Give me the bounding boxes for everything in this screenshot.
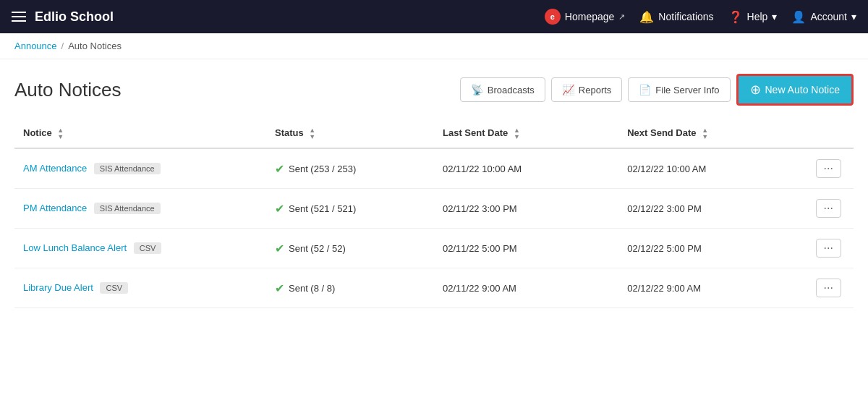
notice-name-0[interactable]: AM Attendance [23,163,87,174]
next-send-cell-0: 02/12/22 10:00 AM [618,148,803,189]
notice-tag-2: CSV [134,242,162,254]
school-name: Edlio School [35,9,114,25]
notice-name-1[interactable]: PM Attendance [23,203,87,213]
file-server-label: File Server Info [655,85,719,95]
sent-text-3: Sent (8 / 8) [289,283,335,294]
check-icon-3: ✔ [275,281,284,295]
broadcasts-label: Broadcasts [488,85,535,95]
notice-name-2[interactable]: Low Lunch Balance Alert [23,242,127,253]
last-sent-cell-2: 02/11/22 5:00 PM [434,229,618,268]
homepage-label: Homepage [565,11,615,22]
breadcrumb-current: Auto Notices [68,41,122,51]
status-cell-0: ✔ Sent (253 / 253) [266,148,434,189]
actions-cell-0: ··· [803,148,854,189]
status-cell-3: ✔ Sent (8 / 8) [266,268,434,308]
table-row: Library Due Alert CSV ✔ Sent (8 / 8) 02/… [14,268,854,308]
sent-text-2: Sent (52 / 52) [289,243,346,254]
header-row: Auto Notices 📡 Broadcasts 📈 Reports 📄 Fi… [14,74,854,106]
reports-button[interactable]: 📈 Reports [551,77,623,102]
help-label: Help [747,11,768,22]
col-header-next-send[interactable]: Next Send Date ▲▼ [618,120,803,148]
check-icon-1: ✔ [275,202,284,216]
row-actions-button-3[interactable]: ··· [816,279,841,297]
status-cell-2: ✔ Sent (52 / 52) [266,229,434,268]
sort-icon-last-sent: ▲▼ [514,127,520,140]
account-label: Account [810,11,847,22]
help-link[interactable]: ❓ Help ▾ [728,10,778,24]
last-sent-cell-0: 02/11/22 10:00 AM [434,148,618,189]
row-actions-button-1[interactable]: ··· [816,199,841,218]
auto-notices-table: Notice ▲▼ Status ▲▼ Last Sent Date ▲▼ Ne… [14,120,854,308]
table-row: Low Lunch Balance Alert CSV ✔ Sent (52 /… [14,229,854,268]
hamburger-menu[interactable] [12,12,26,22]
main-content: Auto Notices 📡 Broadcasts 📈 Reports 📄 Fi… [0,59,868,308]
notice-cell-1: PM Attendance SIS Attendance [14,189,266,229]
row-actions-button-2[interactable]: ··· [816,239,841,258]
actions-cell-3: ··· [803,268,854,308]
account-link[interactable]: 👤 Account ▾ [791,10,856,24]
row-actions-button-0[interactable]: ··· [816,159,841,178]
file-server-icon: 📄 [639,84,651,95]
sent-text-1: Sent (521 / 521) [289,203,356,214]
sort-icon-notice: ▲▼ [57,127,64,140]
broadcasts-button[interactable]: 📡 Broadcasts [460,77,545,102]
header-actions: 📡 Broadcasts 📈 Reports 📄 File Server Inf… [460,74,854,106]
check-icon-2: ✔ [275,242,284,255]
new-auto-notice-button[interactable]: ⊕ New Auto Notice [736,74,854,106]
account-chevron-icon: ▾ [851,11,856,22]
breadcrumb-bar: Announce / Auto Notices [0,33,868,59]
person-icon: 👤 [791,10,806,24]
notice-tag-3: CSV [100,282,128,294]
file-server-button[interactable]: 📄 File Server Info [628,77,730,102]
notice-name-3[interactable]: Library Due Alert [23,282,93,293]
last-sent-cell-1: 02/11/22 3:00 PM [434,189,618,229]
status-cell-1: ✔ Sent (521 / 521) [266,189,434,229]
breadcrumb-separator: / [61,41,64,51]
notice-cell-0: AM Attendance SIS Attendance [14,148,266,189]
bell-icon: 🔔 [639,10,654,24]
actions-cell-2: ··· [803,229,854,268]
notice-cell-3: Library Due Alert CSV [14,268,266,308]
help-icon: ❓ [728,10,743,24]
actions-cell-1: ··· [803,189,854,229]
sent-text-0: Sent (253 / 253) [289,163,356,174]
homepage-link[interactable]: e Homepage ↗ [545,9,626,25]
breadcrumb-announce-link[interactable]: Announce [14,41,57,51]
notice-cell-2: Low Lunch Balance Alert CSV [14,229,266,268]
reports-label: Reports [579,85,612,95]
next-send-cell-1: 02/12/22 3:00 PM [618,189,803,229]
notifications-link[interactable]: 🔔 Notifications [639,10,713,24]
sort-icon-next-send: ▲▼ [702,127,708,140]
table-row: AM Attendance SIS Attendance ✔ Sent (253… [14,148,854,189]
table-row: PM Attendance SIS Attendance ✔ Sent (521… [14,189,854,229]
check-icon-0: ✔ [275,162,284,176]
external-link-icon: ↗ [618,12,625,22]
page-title: Auto Notices [14,79,121,101]
col-header-status[interactable]: Status ▲▼ [266,120,434,148]
help-chevron-icon: ▾ [772,11,777,22]
new-auto-notice-label: New Auto Notice [765,84,841,95]
broadcasts-icon: 📡 [471,84,483,95]
notice-tag-1: SIS Attendance [94,203,161,214]
edlio-logo: e [545,9,561,25]
top-navigation: Edlio School e Homepage ↗ 🔔 Notification… [0,0,868,33]
next-send-cell-3: 02/12/22 9:00 AM [618,268,803,308]
col-header-last-sent[interactable]: Last Sent Date ▲▼ [434,120,618,148]
sort-icon-status: ▲▼ [309,127,315,140]
notifications-label: Notifications [658,11,713,22]
reports-icon: 📈 [562,84,574,95]
breadcrumb: Announce / Auto Notices [14,41,854,51]
next-send-cell-2: 02/12/22 5:00 PM [618,229,803,268]
col-header-notice[interactable]: Notice ▲▼ [14,120,266,148]
col-header-actions [803,120,854,148]
plus-icon: ⊕ [750,82,761,98]
last-sent-cell-3: 02/11/22 9:00 AM [434,268,618,308]
notice-tag-0: SIS Attendance [94,163,161,174]
table-header-row: Notice ▲▼ Status ▲▼ Last Sent Date ▲▼ Ne… [14,120,854,148]
